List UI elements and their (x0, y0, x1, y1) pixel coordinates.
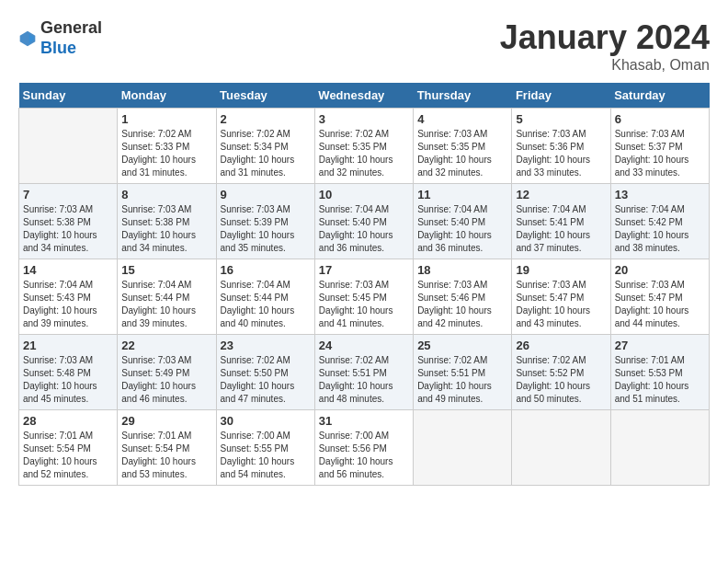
calendar-cell: 5Sunrise: 7:03 AMSunset: 5:36 PMDaylight… (512, 109, 610, 184)
cell-info: Sunrise: 7:00 AMSunset: 5:55 PMDaylight:… (221, 430, 311, 481)
calendar-cell (610, 410, 709, 486)
day-number: 8 (121, 188, 211, 201)
day-number: 26 (516, 339, 606, 352)
day-number: 20 (615, 263, 705, 277)
calendar-cell (512, 410, 610, 486)
cell-info: Sunrise: 7:02 AMSunset: 5:52 PMDaylight:… (516, 354, 606, 406)
calendar-cell: 17Sunrise: 7:03 AMSunset: 5:45 PMDayligh… (314, 259, 413, 335)
month-title: January 2024 (500, 18, 710, 57)
day-number: 7 (23, 188, 113, 201)
day-number: 18 (417, 263, 507, 277)
cell-info: Sunrise: 7:03 AMSunset: 5:37 PMDaylight:… (615, 128, 705, 179)
calendar-cell: 26Sunrise: 7:02 AMSunset: 5:52 PMDayligh… (512, 335, 610, 410)
day-number: 6 (615, 112, 705, 126)
cell-info: Sunrise: 7:04 AMSunset: 5:44 PMDaylight:… (121, 279, 211, 330)
calendar-cell: 12Sunrise: 7:04 AMSunset: 5:41 PMDayligh… (512, 184, 610, 259)
cell-info: Sunrise: 7:03 AMSunset: 5:35 PMDaylight:… (417, 128, 507, 179)
calendar-cell: 11Sunrise: 7:04 AMSunset: 5:40 PMDayligh… (414, 184, 512, 259)
day-number: 16 (221, 263, 311, 277)
cell-info: Sunrise: 7:03 AMSunset: 5:38 PMDaylight:… (121, 203, 211, 255)
cell-info: Sunrise: 7:02 AMSunset: 5:35 PMDaylight:… (319, 128, 409, 179)
calendar-week-4: 21Sunrise: 7:03 AMSunset: 5:48 PMDayligh… (19, 335, 710, 410)
day-number: 31 (319, 414, 409, 428)
header-day-wednesday: Wednesday (314, 83, 413, 109)
cell-info: Sunrise: 7:03 AMSunset: 5:45 PMDaylight:… (319, 279, 409, 330)
calendar-cell: 31Sunrise: 7:00 AMSunset: 5:56 PMDayligh… (314, 410, 413, 486)
calendar-cell: 18Sunrise: 7:03 AMSunset: 5:46 PMDayligh… (414, 259, 512, 335)
day-number: 24 (319, 339, 409, 352)
calendar-cell: 3Sunrise: 7:02 AMSunset: 5:35 PMDaylight… (314, 109, 413, 184)
header-day-saturday: Saturday (610, 83, 709, 109)
calendar-cell: 27Sunrise: 7:01 AMSunset: 5:53 PMDayligh… (610, 335, 709, 410)
calendar-table: SundayMondayTuesdayWednesdayThursdayFrid… (18, 83, 710, 486)
cell-info: Sunrise: 7:03 AMSunset: 5:47 PMDaylight:… (516, 279, 606, 330)
calendar-week-5: 28Sunrise: 7:01 AMSunset: 5:54 PMDayligh… (19, 410, 710, 486)
calendar-cell: 13Sunrise: 7:04 AMSunset: 5:42 PMDayligh… (610, 184, 709, 259)
day-number: 3 (319, 112, 409, 126)
calendar-cell: 16Sunrise: 7:04 AMSunset: 5:44 PMDayligh… (216, 259, 314, 335)
cell-info: Sunrise: 7:01 AMSunset: 5:54 PMDaylight:… (23, 430, 113, 481)
calendar-cell: 21Sunrise: 7:03 AMSunset: 5:48 PMDayligh… (19, 335, 118, 410)
logo: General Blue (18, 18, 102, 58)
header-day-thursday: Thursday (414, 83, 512, 109)
calendar-cell: 19Sunrise: 7:03 AMSunset: 5:47 PMDayligh… (512, 259, 610, 335)
day-number: 19 (516, 263, 606, 277)
day-number: 30 (221, 414, 311, 428)
page-header: General Blue January 2024 Khasab, Oman (18, 18, 710, 74)
header-day-monday: Monday (118, 83, 216, 109)
calendar-cell (414, 410, 512, 486)
cell-info: Sunrise: 7:03 AMSunset: 5:38 PMDaylight:… (23, 203, 113, 255)
calendar-cell: 28Sunrise: 7:01 AMSunset: 5:54 PMDayligh… (19, 410, 118, 486)
header-day-friday: Friday (512, 83, 610, 109)
calendar-cell: 4Sunrise: 7:03 AMSunset: 5:35 PMDaylight… (414, 109, 512, 184)
cell-info: Sunrise: 7:04 AMSunset: 5:42 PMDaylight:… (615, 203, 705, 255)
cell-info: Sunrise: 7:01 AMSunset: 5:54 PMDaylight:… (121, 430, 211, 481)
calendar-body: 1Sunrise: 7:02 AMSunset: 5:33 PMDaylight… (19, 109, 710, 486)
cell-info: Sunrise: 7:03 AMSunset: 5:46 PMDaylight:… (417, 279, 507, 330)
cell-info: Sunrise: 7:02 AMSunset: 5:50 PMDaylight:… (221, 354, 311, 406)
cell-info: Sunrise: 7:02 AMSunset: 5:51 PMDaylight:… (417, 354, 507, 406)
calendar-cell: 8Sunrise: 7:03 AMSunset: 5:38 PMDaylight… (118, 184, 216, 259)
day-number: 29 (121, 414, 211, 428)
day-number: 11 (417, 188, 507, 201)
header-row: SundayMondayTuesdayWednesdayThursdayFrid… (19, 83, 710, 109)
calendar-cell (19, 109, 118, 184)
calendar-cell: 15Sunrise: 7:04 AMSunset: 5:44 PMDayligh… (118, 259, 216, 335)
title-section: January 2024 Khasab, Oman (500, 18, 710, 74)
calendar-cell: 20Sunrise: 7:03 AMSunset: 5:47 PMDayligh… (610, 259, 709, 335)
logo-blue-text: Blue (40, 39, 102, 59)
cell-info: Sunrise: 7:02 AMSunset: 5:34 PMDaylight:… (221, 128, 311, 179)
day-number: 12 (516, 188, 606, 201)
calendar-week-3: 14Sunrise: 7:04 AMSunset: 5:43 PMDayligh… (19, 259, 710, 335)
cell-info: Sunrise: 7:03 AMSunset: 5:36 PMDaylight:… (516, 128, 606, 179)
cell-info: Sunrise: 7:03 AMSunset: 5:48 PMDaylight:… (23, 354, 113, 406)
day-number: 27 (615, 339, 705, 352)
calendar-cell: 24Sunrise: 7:02 AMSunset: 5:51 PMDayligh… (314, 335, 413, 410)
day-number: 4 (417, 112, 507, 126)
location-title: Khasab, Oman (500, 57, 710, 74)
calendar-cell: 7Sunrise: 7:03 AMSunset: 5:38 PMDaylight… (19, 184, 118, 259)
day-number: 23 (221, 339, 311, 352)
cell-info: Sunrise: 7:04 AMSunset: 5:40 PMDaylight:… (319, 203, 409, 255)
day-number: 21 (23, 339, 113, 352)
header-day-sunday: Sunday (19, 83, 118, 109)
calendar-cell: 22Sunrise: 7:03 AMSunset: 5:49 PMDayligh… (118, 335, 216, 410)
cell-info: Sunrise: 7:04 AMSunset: 5:44 PMDaylight:… (221, 279, 311, 330)
day-number: 1 (121, 112, 211, 126)
cell-info: Sunrise: 7:03 AMSunset: 5:49 PMDaylight:… (121, 354, 211, 406)
calendar-week-2: 7Sunrise: 7:03 AMSunset: 5:38 PMDaylight… (19, 184, 710, 259)
calendar-cell: 23Sunrise: 7:02 AMSunset: 5:50 PMDayligh… (216, 335, 314, 410)
calendar-cell: 29Sunrise: 7:01 AMSunset: 5:54 PMDayligh… (118, 410, 216, 486)
cell-info: Sunrise: 7:00 AMSunset: 5:56 PMDaylight:… (319, 430, 409, 481)
calendar-week-1: 1Sunrise: 7:02 AMSunset: 5:33 PMDaylight… (19, 109, 710, 184)
cell-info: Sunrise: 7:02 AMSunset: 5:33 PMDaylight:… (121, 128, 211, 179)
calendar-cell: 25Sunrise: 7:02 AMSunset: 5:51 PMDayligh… (414, 335, 512, 410)
calendar-cell: 2Sunrise: 7:02 AMSunset: 5:34 PMDaylight… (216, 109, 314, 184)
calendar-cell: 30Sunrise: 7:00 AMSunset: 5:55 PMDayligh… (216, 410, 314, 486)
cell-info: Sunrise: 7:02 AMSunset: 5:51 PMDaylight:… (319, 354, 409, 406)
header-day-tuesday: Tuesday (216, 83, 314, 109)
cell-info: Sunrise: 7:04 AMSunset: 5:40 PMDaylight:… (417, 203, 507, 255)
calendar-cell: 6Sunrise: 7:03 AMSunset: 5:37 PMDaylight… (610, 109, 709, 184)
day-number: 22 (121, 339, 211, 352)
day-number: 5 (516, 112, 606, 126)
